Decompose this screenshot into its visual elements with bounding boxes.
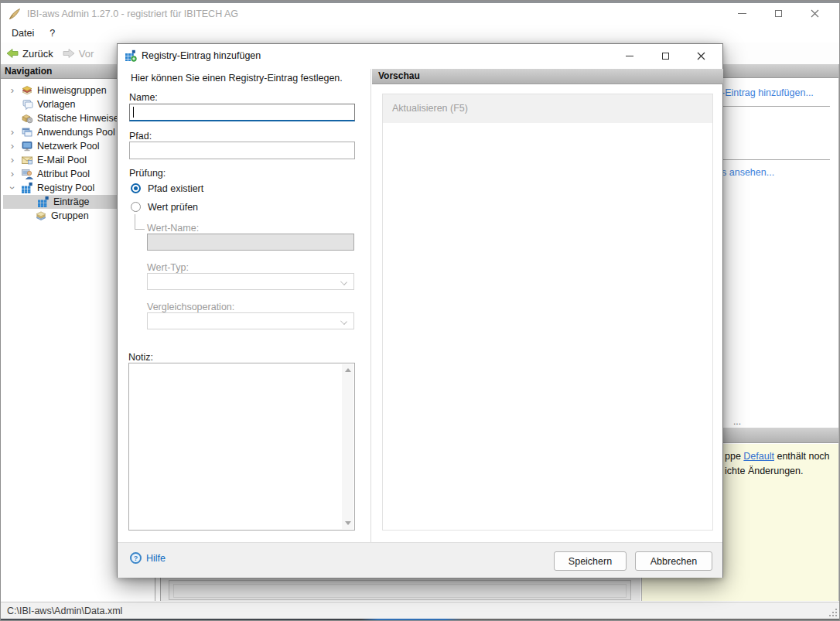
groups-stack-icon	[35, 210, 47, 222]
statusbar-path: C:\IBI-aws\Admin\Data.xml	[7, 606, 122, 616]
content-bottom-box-inner	[173, 584, 627, 598]
sidebar-item-label: Einträge	[53, 196, 90, 207]
help-label: Hilfe	[146, 553, 166, 564]
name-label: Name:	[129, 92, 158, 103]
sidebar-item-label: Hinweisgruppen	[37, 85, 107, 96]
templates-icon	[21, 98, 33, 111]
cancel-button[interactable]: Abbrechen	[635, 551, 712, 571]
pfad-label: Pfad:	[129, 131, 152, 142]
back-button[interactable]: Zurück	[6, 48, 53, 60]
dialog-intro-text: Hier können Sie einen Registry-Eintrag f…	[131, 73, 343, 84]
pfad-input[interactable]	[129, 142, 355, 159]
dialog-footer: Hilfe Speichern Abbrechen	[118, 542, 722, 578]
radio-pfad-existiert-label[interactable]: Pfad existiert	[148, 183, 203, 194]
chevron-down-icon[interactable]	[9, 183, 16, 193]
dialog-icon	[125, 49, 137, 62]
statusbar: C:\IBI-aws\Admin\Data.xml	[1, 602, 839, 619]
maximize-icon	[775, 10, 782, 17]
notice-suffix: enthält noch	[774, 451, 830, 462]
email-envelope-icon	[21, 154, 33, 166]
person-monitor-icon	[21, 168, 33, 180]
forward-label: Vor	[79, 48, 94, 60]
minimize-button[interactable]	[724, 3, 760, 24]
notice-prefix: ppe	[725, 451, 743, 462]
minimize-icon	[738, 13, 746, 14]
group-connector-line	[135, 214, 135, 229]
radio-wert-pruefen[interactable]	[131, 202, 141, 212]
maximize-button[interactable]	[760, 3, 797, 24]
arrow-right-icon	[63, 48, 75, 59]
chevron-right-icon[interactable]	[7, 156, 18, 164]
task-link-view[interactable]: s ansehen...	[722, 167, 774, 178]
notice-line1: ppe Default enthält noch	[725, 451, 830, 462]
wert-typ-label: Wert-Typ:	[147, 262, 189, 273]
scroll-up-button[interactable]	[342, 364, 353, 376]
dialog-maximize-button[interactable]	[647, 44, 683, 67]
wert-name-label: Wert-Name:	[147, 223, 199, 234]
text-caret	[133, 107, 134, 118]
dialog-minimize-button[interactable]	[612, 44, 647, 67]
menu-help[interactable]: ?	[50, 28, 55, 39]
preview-panel: Aktualisieren (F5)	[382, 94, 713, 531]
chevron-right-icon[interactable]	[7, 128, 18, 136]
app-windows-icon	[21, 126, 33, 138]
wert-name-input	[147, 234, 354, 251]
preview-refresh-bar[interactable]: Aktualisieren (F5)	[383, 94, 712, 123]
chevron-right-icon[interactable]	[7, 87, 18, 94]
wert-typ-select	[147, 273, 354, 290]
close-icon	[811, 9, 819, 18]
registry-grid-icon	[21, 182, 33, 194]
chevron-down-icon	[340, 318, 347, 325]
dialog-vertical-separator	[370, 69, 371, 542]
menubar: Datei ?	[1, 24, 839, 43]
close-icon	[697, 52, 705, 60]
dialog-titlebar: Registry-Eintrag hinzufügen	[118, 44, 722, 67]
notiz-label: Notiz:	[128, 352, 153, 363]
dialog-title: Registry-Eintrag hinzufügen	[142, 50, 261, 61]
titlebar: IBI-aws Admin 1.27.0 - registriert für I…	[1, 3, 839, 24]
notice-default-link[interactable]: Default	[743, 451, 774, 462]
radio-pfad-existiert[interactable]	[131, 183, 141, 193]
sidebar-item-label: Attribut Pool	[37, 169, 90, 179]
radio-wert-pruefen-label[interactable]: Wert prüfen	[148, 202, 198, 213]
maximize-icon	[662, 53, 669, 60]
task-link-add-entry[interactable]: -Eintrag hinzufügen...	[722, 87, 814, 98]
minimize-icon	[626, 56, 633, 56]
scroll-down-button[interactable]	[342, 517, 353, 529]
sidebar-item-label: E-Mail Pool	[37, 155, 87, 165]
group-connector-line	[135, 229, 145, 230]
registry-entry-dialog: Registry-Eintrag hinzufügen Hier können …	[117, 43, 723, 578]
static-note-gear-icon	[21, 112, 33, 125]
vergleichsoperation-label: Vergleichsoperation:	[147, 302, 234, 312]
sidebar-item-label: Anwendungs Pool	[37, 127, 115, 138]
chevron-down-icon	[340, 278, 347, 285]
triangle-down-icon	[345, 521, 351, 525]
notiz-textarea[interactable]	[128, 363, 355, 531]
notes-stack-icon	[21, 84, 33, 97]
sidebar-item-label: Netzwerk Pool	[37, 141, 100, 152]
notice-line2: ichte Änderungen.	[725, 466, 803, 476]
chevron-right-icon[interactable]	[7, 170, 18, 178]
forward-button[interactable]: Vor	[63, 48, 94, 60]
name-input[interactable]	[129, 104, 355, 121]
close-button[interactable]	[797, 3, 833, 24]
dialog-close-button[interactable]	[683, 44, 719, 67]
network-monitor-icon	[21, 140, 33, 152]
preview-header: Vorschau	[372, 69, 723, 84]
notiz-scrollbar[interactable]	[342, 364, 353, 529]
sidebar-item-label: Registry Pool	[37, 183, 94, 193]
back-label: Zurück	[22, 48, 53, 60]
help-link[interactable]: Hilfe	[130, 552, 166, 564]
task-panel-overflow-text: ...	[733, 416, 741, 427]
app-icon	[8, 7, 22, 21]
vergleichsoperation-select	[147, 312, 354, 329]
registry-grid-icon	[37, 196, 50, 208]
triangle-up-icon	[345, 368, 351, 372]
arrow-left-icon	[6, 48, 19, 59]
window-title: IBI-aws Admin 1.27.0 - registriert für I…	[27, 9, 238, 19]
menu-datei[interactable]: Datei	[12, 28, 34, 39]
resize-grip[interactable]	[828, 607, 837, 616]
save-button[interactable]: Speichern	[554, 551, 627, 571]
chevron-right-icon[interactable]	[7, 142, 18, 150]
sidebar-item-label: Statische Hinweise	[37, 113, 119, 124]
